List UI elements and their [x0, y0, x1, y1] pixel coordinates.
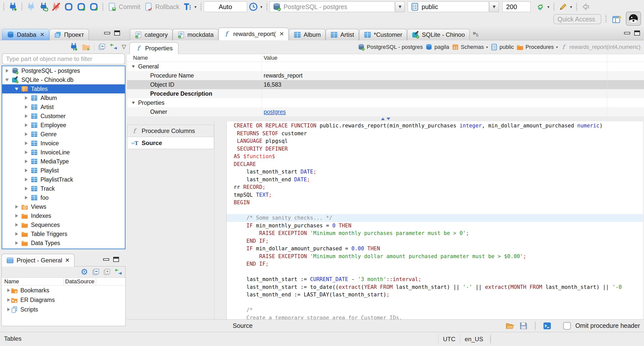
breadcrumb-item-pagila[interactable]: pagila — [425, 44, 449, 51]
object-filter-input[interactable]: Type part of object name to filter — [2, 53, 125, 64]
sql-generator-button[interactable]: ▾ — [557, 2, 574, 11]
commit-button[interactable]: Commit — [106, 2, 142, 11]
chevron-right-icon[interactable] — [6, 298, 11, 302]
breadcrumb-item-public[interactable]: public — [491, 44, 514, 51]
property-row-properties[interactable]: Properties — [127, 98, 644, 107]
new-connection-button[interactable] — [7, 2, 19, 11]
column-header-datasource[interactable]: DataSource — [65, 278, 94, 285]
property-row-general[interactable]: General — [127, 62, 644, 71]
close-icon[interactable]: ✕ — [40, 31, 44, 38]
chevron-right-icon[interactable] — [24, 187, 28, 190]
column-divider[interactable] — [64, 278, 64, 285]
tree-item-genre[interactable]: Genre — [2, 130, 125, 139]
chevron-right-icon[interactable] — [14, 214, 19, 218]
property-row-object-id[interactable]: Object ID16,583 — [127, 80, 644, 89]
tree-item-playlisttrack[interactable]: PlaylistTrack — [2, 175, 125, 184]
save-icon[interactable] — [519, 321, 528, 330]
open-file-icon[interactable] — [505, 321, 514, 330]
connect-button[interactable] — [25, 2, 37, 11]
open-perspective-icon[interactable] — [612, 15, 622, 25]
editor-tab-album[interactable]: Album — [289, 29, 326, 40]
chevron-right-icon[interactable] — [24, 160, 28, 163]
maximize-icon[interactable] — [113, 257, 119, 262]
minimize-icon[interactable] — [624, 32, 630, 34]
timezone-label[interactable]: UTC — [443, 336, 455, 343]
tree-item-customer[interactable]: Customer — [2, 112, 125, 121]
open-sql-script-button[interactable] — [75, 2, 88, 11]
toolbar-grip[interactable] — [266, 3, 268, 11]
rollback-button[interactable]: Rollback — [142, 2, 181, 11]
minimize-icon[interactable] — [104, 32, 110, 34]
chevron-right-icon[interactable] — [24, 96, 28, 100]
collapse-all-icon[interactable] — [92, 268, 100, 276]
editor-tab-category[interactable]: category — [130, 29, 173, 40]
grid-column-divider[interactable] — [262, 54, 262, 116]
chevron-down-icon[interactable] — [5, 79, 9, 81]
breadcrumb-item-postgresql-postgres[interactable]: PostgreSQL - postgres — [358, 44, 423, 51]
project-item-scripts[interactable]: Scripts — [2, 305, 125, 314]
property-row-owner[interactable]: Ownerpostgres — [127, 107, 644, 116]
tree-item-tables[interactable]: Tables — [2, 84, 125, 93]
tree-item-table-triggers[interactable]: Table Triggers — [2, 229, 125, 238]
toolbar-grip[interactable] — [21, 3, 23, 11]
dbeaver-perspective-button[interactable] — [626, 12, 641, 26]
chevron-right-icon[interactable] — [6, 308, 11, 311]
toolbar-grip[interactable] — [102, 3, 104, 11]
tree-item-postgresql-postgres[interactable]: PostgreSQL - postgres — [2, 66, 125, 75]
grid-column-value[interactable]: Value — [264, 55, 277, 61]
chevron-right-icon[interactable] — [24, 123, 28, 127]
locale-label[interactable]: en_US — [465, 336, 483, 343]
schema-dropdown-button[interactable]: ▼ — [489, 2, 499, 12]
schema-selector[interactable]: public — [408, 2, 489, 12]
back-button[interactable] — [579, 2, 592, 11]
maximize-icon[interactable] — [114, 30, 120, 36]
chevron-right-icon[interactable] — [24, 132, 28, 136]
connection-dropdown-button[interactable]: ▼ — [395, 2, 405, 12]
tree-item-views[interactable]: Views — [2, 202, 125, 211]
toolbar-grip[interactable] — [3, 3, 5, 11]
chevron-down-icon[interactable] — [14, 88, 19, 90]
project-panel-tab[interactable]: Project - General ✕ — [2, 254, 74, 267]
chevron-right-icon[interactable] — [24, 178, 28, 181]
toolbar-grip[interactable] — [576, 3, 578, 11]
grid-column-name[interactable]: Name — [133, 55, 148, 61]
transaction-history-button[interactable]: ▾ — [247, 2, 264, 11]
property-row-procedure-name[interactable]: Procedure Namerewards_report — [127, 71, 644, 80]
reconnect-button[interactable] — [37, 2, 50, 11]
tree-item-track[interactable]: Track — [2, 184, 125, 193]
connection-selector[interactable]: PostgreSQL - postgres — [270, 2, 395, 12]
chevron-down-icon[interactable] — [131, 65, 136, 68]
chevron-right-icon[interactable] — [24, 196, 28, 199]
column-header-name[interactable]: Name — [2, 278, 19, 285]
new-connection-icon[interactable] — [69, 43, 78, 51]
tree-item-sequences[interactable]: Sequences — [2, 220, 125, 229]
close-icon[interactable]: ✕ — [65, 257, 69, 264]
breadcrumb-item-rewards-report-int4-numeric[interactable]: frewards_report(int4,numeric) — [560, 44, 640, 51]
project-item-bookmarks[interactable]: Bookmarks — [2, 286, 125, 295]
collapse-up-icon[interactable] — [381, 118, 385, 120]
new-sql-editor-button[interactable] — [88, 2, 100, 11]
disconnect-button[interactable] — [50, 2, 62, 11]
subtab-procedure-columns[interactable]: fProcedure Columns — [127, 125, 214, 137]
transaction-mode-button[interactable]: ▾ — [181, 2, 198, 11]
link-with-editor-icon[interactable] — [109, 43, 118, 51]
chevron-right-icon[interactable] — [24, 105, 28, 109]
column-divider[interactable] — [96, 278, 96, 285]
editor-tab-mockdata[interactable]: mockdata — [173, 29, 218, 40]
omit-header-checkbox[interactable] — [563, 322, 571, 330]
expand-all-icon[interactable] — [103, 268, 111, 276]
collapse-down-icon[interactable] — [387, 118, 390, 120]
editor-tab-customer[interactable]: *Customer — [359, 29, 407, 40]
chevron-right-icon[interactable] — [24, 169, 28, 172]
panel-tab-проект[interactable]: Проект — [49, 29, 89, 40]
tree-item-invoice[interactable]: Invoice — [2, 139, 125, 148]
chevron-down-icon[interactable] — [131, 101, 136, 104]
quick-access-input[interactable]: Quick Access — [553, 14, 601, 24]
fetch-size-input[interactable]: 200 — [502, 2, 531, 12]
property-row-procedure-description[interactable]: Procedure Description — [127, 89, 644, 98]
property-value[interactable]: postgres — [264, 109, 286, 115]
editor-tab-rewards-report[interactable]: frewards_report(✕ — [218, 28, 289, 40]
terminal-icon[interactable] — [543, 321, 552, 330]
minimize-icon[interactable] — [103, 258, 109, 261]
tree-item-artist[interactable]: Artist — [2, 102, 125, 112]
